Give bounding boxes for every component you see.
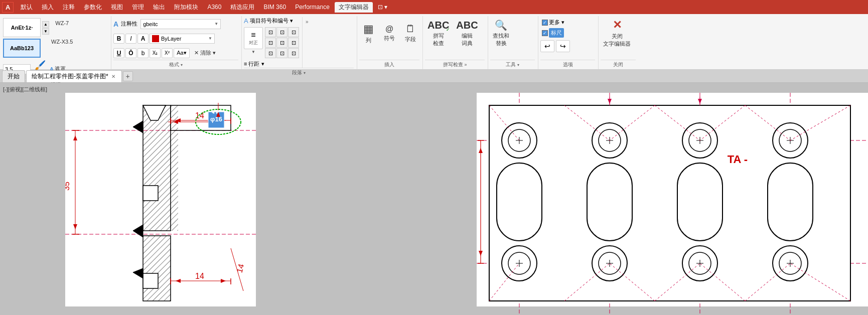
- justify-expand[interactable]: ▼: [251, 50, 255, 54]
- menu-parametric[interactable]: 参数化: [80, 2, 106, 13]
- align-ml[interactable]: ⊡: [265, 38, 276, 48]
- more-options-btn[interactable]: ✓ 更多 ▾: [540, 18, 570, 27]
- ruler-btn[interactable]: ✓ 标尺: [540, 28, 570, 38]
- paragraph-expand[interactable]: »: [306, 19, 309, 25]
- align-bc[interactable]: ⊡: [276, 48, 287, 58]
- menu-view[interactable]: 视图: [107, 2, 127, 13]
- underline-btn[interactable]: U: [113, 48, 124, 58]
- align-bl[interactable]: ⊡: [265, 48, 276, 58]
- tools-group-label[interactable]: 工具 ▾: [490, 60, 535, 68]
- font-dropdown[interactable]: gbeitc ▼: [140, 19, 221, 29]
- ribbon-group-close: ✕ 关闭文字编辑器 关闭: [599, 16, 639, 69]
- format-group-label[interactable]: 格式 ▾: [113, 60, 238, 68]
- format-row1: A 注释性 gbeitc ▼: [113, 17, 221, 31]
- ribbon-group-tools: 🔍 查找和替换 工具 ▾: [488, 16, 538, 69]
- style-row-top: AnEt·1z· ▲ ▼ AaBb123: [3, 17, 73, 58]
- svg-text:14: 14: [235, 263, 245, 274]
- svg-marker-22: [73, 135, 77, 140]
- align-mc[interactable]: ⊡: [276, 38, 287, 48]
- menu-extra[interactable]: ⊡ ▾: [374, 3, 391, 12]
- menu-annotation[interactable]: 注释: [59, 2, 79, 13]
- style-scroll-up[interactable]: ▲: [42, 21, 49, 28]
- align-br[interactable]: ⊡: [288, 48, 299, 58]
- justify-btn[interactable]: ≡ 对正: [244, 27, 263, 49]
- svg-marker-28: [176, 279, 181, 283]
- align-tl[interactable]: ⊡: [265, 27, 276, 37]
- spell-check-btn[interactable]: ABC ✓ 拼写检查: [425, 18, 452, 48]
- color-dropdown[interactable]: ByLayer ▼: [150, 34, 215, 44]
- app-logo[interactable]: A: [2, 2, 14, 13]
- menu-default[interactable]: 默认: [17, 2, 37, 13]
- italic-btn[interactable]: I: [125, 34, 136, 44]
- ribbon-group-insert: ▦ 列 @ 符号 🗒 字段 插入: [357, 16, 423, 69]
- menu-output[interactable]: 输出: [149, 2, 169, 13]
- symbol-btn[interactable]: A: [137, 34, 149, 44]
- format-row3: U Ō b X₂ X² Aa▾ ✕ 清除 ▾: [113, 46, 221, 60]
- symbol-insert-icon: @: [385, 25, 393, 34]
- dict-icon: ABC: [456, 20, 478, 31]
- doc-tab-bar: 开始 绘制工程零件图-泵盖零件图* ✕ +: [0, 70, 868, 83]
- lowercase-btn[interactable]: b: [137, 48, 149, 58]
- menu-a360[interactable]: A360: [203, 3, 225, 12]
- menu-text-editor[interactable]: 文字编辑器: [335, 2, 373, 13]
- drawing-area: [-][俯视][二维线框]: [0, 83, 868, 315]
- doc-tab-add[interactable]: +: [123, 71, 133, 81]
- close-editor-btn[interactable]: ✕ 关闭文字编辑器: [601, 18, 633, 48]
- redo-btn[interactable]: ↪: [556, 40, 570, 52]
- close-icon: ✕: [613, 19, 622, 32]
- ribbon-group-spell: ABC ✓ 拼写检查 ABC 编辑词典 拼写检查 »: [423, 16, 488, 69]
- edit-dict-btn[interactable]: ABC 编辑词典: [454, 18, 480, 48]
- superscript-btn[interactable]: X²: [162, 48, 173, 58]
- column-btn[interactable]: ▦ 列: [359, 18, 377, 48]
- color-swatch: [152, 35, 159, 42]
- svg-marker-91: [608, 99, 612, 104]
- style-scroll-down[interactable]: ▼: [42, 28, 49, 35]
- style-box-wz7[interactable]: AnEt·1z·: [3, 18, 41, 37]
- menu-performance[interactable]: Performance: [291, 3, 334, 12]
- field-btn[interactable]: 🗒 字段: [401, 18, 419, 48]
- style-box-wzx35[interactable]: AaBb123: [3, 39, 41, 58]
- clear-icon: ✕: [194, 50, 199, 56]
- options-group-label: 选项: [540, 60, 595, 68]
- menu-addons[interactable]: 附加模块: [170, 2, 202, 13]
- doc-tab-close[interactable]: ✕: [110, 74, 116, 79]
- justify-icon: ≡: [251, 31, 255, 40]
- svg-marker-23: [73, 224, 77, 229]
- undo-btn[interactable]: ↩: [540, 40, 554, 52]
- aa-btn[interactable]: Aa▾: [174, 48, 190, 58]
- numbered-list-btn[interactable]: 项目符号和编号 ▾: [250, 17, 293, 25]
- style1-name: WZ-7: [51, 20, 73, 26]
- line-spacing-label: ≡ 行距 ▾: [244, 60, 264, 68]
- svg-rect-48: [497, 163, 542, 241]
- menu-insert[interactable]: 插入: [38, 2, 58, 13]
- font-dd-arrow: ▼: [214, 22, 218, 26]
- find-replace-btn[interactable]: 🔍 查找和替换: [490, 18, 512, 48]
- svg-marker-87: [479, 148, 483, 153]
- bold-btn[interactable]: B: [113, 34, 124, 44]
- justify-label: 对正: [249, 40, 258, 46]
- annotation-icon: A: [113, 20, 118, 28]
- menu-bim360[interactable]: BIM 360: [259, 3, 290, 12]
- close-row: ✕ 关闭文字编辑器: [601, 17, 633, 60]
- paragraph-group-label[interactable]: 段落 ▾: [244, 68, 354, 76]
- check-icon: ✓: [542, 20, 548, 26]
- ruler-check-icon: ✓: [542, 30, 548, 36]
- spell-group-label[interactable]: 拼写检查 »: [425, 60, 485, 68]
- ribbon-group-paragraph: A 项目符号和编号 ▾ ≡ 对正 ▼: [242, 16, 357, 69]
- symbol-insert-btn[interactable]: @ 符号: [380, 18, 398, 48]
- menu-featured[interactable]: 精选应用: [226, 2, 258, 13]
- style2-name: WZ-X3.5: [51, 39, 73, 45]
- overline-btn[interactable]: Ō: [125, 48, 136, 58]
- subscript-btn[interactable]: X₂: [150, 48, 161, 58]
- svg-marker-88: [479, 251, 483, 256]
- align-tc[interactable]: ⊡: [276, 27, 287, 37]
- doc-tab-drawing[interactable]: 绘制工程零件图-泵盖零件图* ✕: [26, 70, 122, 82]
- svg-rect-3: [143, 105, 171, 231]
- align-tr[interactable]: ⊡: [288, 27, 299, 37]
- clear-btn[interactable]: ✕ 清除 ▾: [192, 48, 218, 58]
- svg-rect-7: [171, 105, 178, 231]
- svg-rect-49: [587, 163, 632, 241]
- menu-manage[interactable]: 管理: [128, 2, 148, 13]
- doc-tab-start[interactable]: 开始: [2, 70, 25, 82]
- align-mr[interactable]: ⊡: [288, 38, 299, 48]
